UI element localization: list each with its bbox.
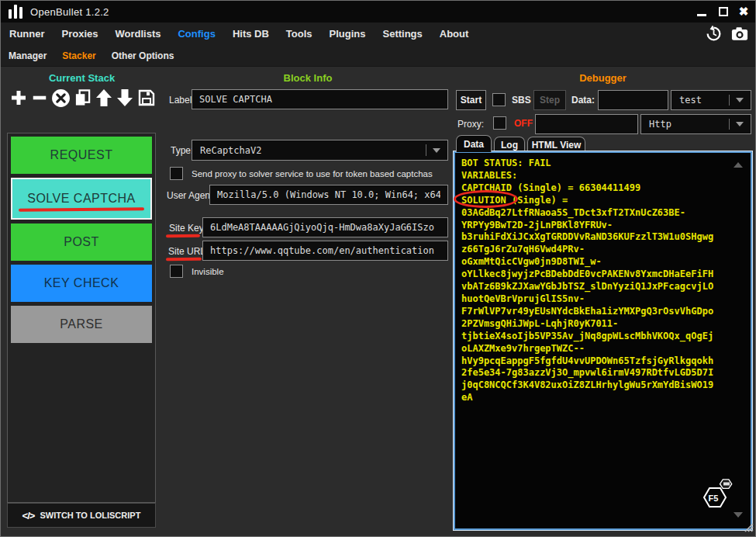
- close-button[interactable]: ✖: [734, 1, 754, 23]
- stack-block-key-check[interactable]: KEY CHECK: [11, 265, 152, 302]
- sbs-label: SBS: [512, 95, 531, 106]
- proxy-input[interactable]: [535, 114, 638, 134]
- data-input[interactable]: [598, 90, 668, 110]
- submenu-manager[interactable]: Manager: [1, 50, 54, 61]
- user-agent-input[interactable]: [209, 185, 448, 205]
- camera-icon[interactable]: [730, 24, 749, 43]
- proxy-label: Proxy:: [457, 119, 484, 130]
- menu-proxies[interactable]: Proxies: [54, 28, 107, 40]
- submenu-other-options[interactable]: Other Options: [104, 50, 182, 61]
- proxy-checkbox[interactable]: [493, 116, 506, 130]
- main-menu: Runner Proxies Wordlists Configs Hits DB…: [1, 23, 755, 45]
- proxy-type-dropdown[interactable]: Http: [640, 114, 751, 134]
- tab-data[interactable]: Data: [456, 135, 492, 152]
- block-info-header: Block Info: [165, 72, 450, 84]
- resize-grip[interactable]: [743, 521, 754, 535]
- wordlist-type-dropdown[interactable]: test: [671, 90, 751, 110]
- send-proxy-label: Send proxy to solver service to use for …: [192, 169, 433, 178]
- type-field-label: Type:: [171, 145, 193, 156]
- current-stack-header: Current Stack: [7, 72, 157, 84]
- invisible-checkbox[interactable]: [170, 265, 183, 278]
- scroll-up-icon[interactable]: [734, 162, 743, 168]
- data-label: Data:: [571, 95, 595, 106]
- sbs-checkbox[interactable]: [492, 93, 506, 106]
- stack-list: REQUEST SOLVE CAPTCHA POST KEY CHECK PAR…: [7, 133, 156, 503]
- switch-to-loliscript-button[interactable]: </> SWITCH TO LOLISCRIPT: [7, 503, 156, 528]
- invisible-label: Invisible: [192, 267, 224, 276]
- move-down-button arrow-down-icon[interactable]: [116, 88, 135, 108]
- menu-settings[interactable]: Settings: [374, 28, 430, 40]
- save-config-button floppy-icon[interactable]: [136, 88, 156, 108]
- chevron-down-icon: [736, 98, 744, 102]
- submenu-stacker[interactable]: Stacker: [54, 50, 103, 61]
- stack-block-request[interactable]: REQUEST: [11, 137, 152, 174]
- stack-block-label: SOLVE CAPTCHA: [27, 192, 136, 206]
- debugger-header: Debugger: [454, 72, 751, 84]
- add-block-button plus-icon[interactable]: [9, 88, 28, 108]
- stack-block-post[interactable]: POST: [11, 223, 152, 261]
- send-proxy-checkbox[interactable]: [170, 167, 183, 180]
- captcha-type-value: ReCaptchaV2: [192, 145, 426, 156]
- window-title: OpenBullet 1.2.2: [30, 6, 109, 18]
- site-key-label: Site Key:: [169, 223, 206, 234]
- openbullet-logo-icon: [9, 5, 26, 19]
- menu-tools[interactable]: Tools: [278, 28, 321, 40]
- stack-toolbar: [9, 85, 156, 110]
- svg-text:F5: F5: [709, 494, 719, 503]
- site-key-input[interactable]: [202, 217, 448, 237]
- code-icon: </>: [22, 510, 35, 521]
- proxy-status-badge: OFF: [514, 118, 533, 129]
- f5-watermark-icon: F5: [698, 479, 734, 516]
- tab-log[interactable]: Log: [494, 137, 525, 152]
- stack-block-parse[interactable]: PARSE: [11, 306, 152, 343]
- clone-block-button copy-icon[interactable]: [73, 88, 92, 108]
- maximize-button[interactable]: [713, 1, 734, 23]
- menu-plugins[interactable]: Plugins: [321, 28, 375, 40]
- menu-wordlists[interactable]: Wordlists: [106, 28, 169, 40]
- proxy-type-value: Http: [641, 119, 729, 130]
- debugger-output-panel: BOT STATUS: FAIL VARIABLES: CAPTCHAID (S…: [454, 151, 752, 530]
- red-underline-annotation: [166, 258, 202, 261]
- switch-button-label: SWITCH TO LOLISCRIPT: [40, 511, 140, 520]
- history-icon[interactable]: [704, 24, 723, 43]
- step-button[interactable]: Step: [533, 90, 566, 110]
- user-agent-label: User Agent:: [167, 190, 216, 201]
- remove-block-button minus-icon[interactable]: [30, 88, 50, 108]
- menu-about[interactable]: About: [431, 28, 478, 40]
- app-window: OpenBullet 1.2.2 ✖ Runner Proxies Wordli…: [0, 0, 756, 537]
- configs-submenu: Manager Stacker Other Options: [1, 45, 755, 67]
- red-underline-annotation: [19, 207, 144, 212]
- start-button[interactable]: Start: [456, 90, 486, 110]
- minimize-button[interactable]: [692, 1, 712, 23]
- label-field-label: Label:: [169, 95, 195, 106]
- chevron-down-icon: [433, 148, 440, 153]
- chevron-down-icon: [736, 122, 744, 126]
- menu-configs[interactable]: Configs: [169, 28, 223, 40]
- clear-stack-button x-circle-icon[interactable]: [51, 88, 71, 108]
- captcha-type-dropdown[interactable]: ReCaptchaV2: [192, 140, 448, 161]
- menu-hitsdb[interactable]: Hits DB: [224, 28, 278, 40]
- stack-block-solve-captcha[interactable]: SOLVE CAPTCHA: [11, 178, 152, 220]
- tab-html-view[interactable]: HTML View: [527, 137, 585, 152]
- label-input[interactable]: [192, 89, 448, 109]
- red-ellipse-annotation: [454, 190, 518, 208]
- title-bar: OpenBullet 1.2.2 ✖: [1, 1, 755, 23]
- menu-runner[interactable]: Runner: [1, 28, 54, 40]
- scroll-down-icon[interactable]: [734, 512, 743, 518]
- move-up-button arrow-up-icon[interactable]: [94, 88, 113, 108]
- site-url-input[interactable]: [202, 241, 448, 261]
- wordlist-type-value: test: [671, 95, 729, 106]
- red-underline-annotation: [166, 234, 200, 237]
